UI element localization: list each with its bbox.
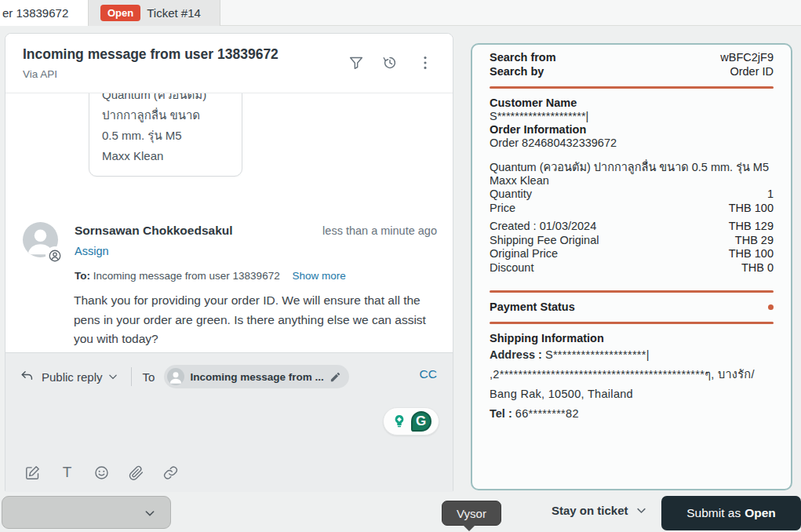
composer-to-label: To (143, 370, 155, 384)
reply-type-label: Public reply (42, 370, 103, 384)
quantity-row: Quantity 1 (490, 188, 774, 202)
search-from-label: Search from (490, 51, 556, 65)
message-timestamp: less than a minute ago (322, 224, 437, 237)
order-information-label: Order Information (490, 123, 774, 137)
text-format-icon[interactable]: T (59, 465, 75, 481)
tab-ticket-label: Ticket #14 (147, 6, 201, 20)
app-window: er 13839672 Open Ticket #14 Incoming mes… (0, 0, 801, 532)
edit-pencil-icon[interactable] (330, 371, 341, 383)
shipping-fee-value: THB 29 (735, 234, 774, 248)
tab-user-conversation[interactable]: er 13839672 (0, 0, 89, 26)
tab-user-label: er 13839672 (2, 6, 68, 20)
shipping-information-label: Shipping Information (490, 332, 774, 345)
price-value: THB 100 (729, 202, 774, 216)
link-icon[interactable] (162, 465, 179, 481)
search-by-row: Search by Order ID (490, 65, 774, 79)
telephone-line: Tel : 66********82 (490, 404, 774, 424)
end-user-badge-icon (47, 248, 63, 264)
recipient-name: Incoming message from ... (190, 371, 323, 383)
price-row: Price THB 100 (490, 202, 774, 216)
to-value: Incoming message from user 13839672 (93, 270, 280, 282)
filter-icon[interactable] (348, 54, 365, 71)
tab-ticket-14[interactable]: Open Ticket #14 (89, 0, 220, 26)
spacer (490, 150, 774, 161)
composer-divider (131, 367, 132, 386)
grammarly-icon[interactable]: G (411, 411, 431, 432)
section-divider (490, 322, 774, 324)
tel-value: 66********82 (515, 407, 579, 420)
address-line-1: Address : S********************| (490, 345, 774, 365)
reply-type-selector[interactable]: Public reply (42, 370, 118, 384)
conversation-card: Incoming message from user 13839672 Via … (5, 33, 453, 491)
shipping-fee-row: Shipping Fee Original THB 29 (490, 234, 774, 248)
chevron-down-icon (144, 507, 156, 519)
search-from-row: Search from wBFC2jF9 (490, 51, 774, 65)
recipient-avatar (167, 368, 184, 385)
original-price-value: THB 100 (729, 247, 774, 261)
payment-status-dot (768, 304, 774, 310)
payment-status-row: Payment Status (490, 301, 774, 314)
order-number: Order 824680432339672 (490, 137, 774, 150)
quantity-value: 1 (767, 188, 774, 202)
product-brand: Maxx Klean (490, 174, 774, 188)
quantity-label: Quantity (490, 188, 532, 202)
payment-status-label: Payment Status (490, 301, 575, 314)
original-price-row: Original Price THB 100 (490, 247, 774, 261)
bubble-line: Maxx Klean (102, 146, 229, 166)
search-by-label: Search by (490, 65, 544, 79)
message-author: Sornsawan Chokkoedsakul (75, 224, 233, 238)
message-to-row: To: Incoming message from user 13839672 … (75, 270, 346, 282)
order-info-panel: Search from wBFC2jF9 Search by Order ID … (471, 43, 792, 490)
bubble-line: 0.5 mm. รุ่น M5 (102, 126, 229, 146)
message-body: Thank you for providing your order ID. W… (74, 291, 436, 349)
created-row: Created : 01/03/2024 THB 129 (490, 220, 774, 234)
created-label: Created : 01/03/2024 (490, 220, 596, 234)
incoming-message-bubble: Quantum (ควอนตัม) ปากกาลูกลื่น ขนาด 0.5 … (89, 93, 242, 177)
submit-prefix: Submit as (686, 506, 741, 520)
conversation-channel: Via API (23, 68, 57, 80)
composer-header-row: Public reply To Incoming message from ..… (5, 364, 453, 389)
ticket-tabbar: er 13839672 Open Ticket #14 (0, 0, 801, 26)
address-value: S********************| (545, 348, 650, 361)
discount-label: Discount (490, 261, 533, 275)
section-divider (490, 86, 774, 89)
grammarly-widget[interactable]: G (383, 407, 439, 435)
compose-note-icon[interactable] (24, 465, 41, 481)
assign-link[interactable]: Assign (75, 245, 109, 257)
kebab-menu-icon[interactable] (417, 54, 434, 71)
cc-button[interactable]: CC (420, 367, 437, 381)
composer-toolbar: T (5, 461, 453, 484)
chevron-down-icon (635, 505, 647, 516)
conversation-scroll-area[interactable]: Quantum (ควอนตัม) ปากกาลูกลื่น ขนาด 0.5 … (5, 93, 453, 352)
submit-as-open-button[interactable]: Submit as Open (661, 496, 801, 530)
conversation-header: Incoming message from user 13839672 Via … (5, 34, 453, 93)
status-badge: Open (100, 5, 140, 21)
bubble-line: ปากกาลูกลื่น ขนาด (102, 105, 229, 126)
emoji-icon[interactable] (93, 465, 110, 481)
history-icon[interactable] (381, 54, 399, 71)
stay-on-ticket-label: Stay on ticket (552, 504, 628, 517)
address-line-3: Bang Rak, 10500, Thailand (490, 384, 774, 404)
section-divider (490, 290, 774, 293)
tel-label: Tel : (490, 407, 515, 420)
recipient-pill[interactable]: Incoming message from ... (164, 365, 348, 388)
address-line-2: ,2**************************************… (490, 365, 774, 384)
ticket-footer: Vysor Stay on ticket Submit as Open (0, 491, 801, 532)
shipping-fee-label: Shipping Fee Original (490, 234, 599, 248)
bubble-line: Quantum (ควอนตัม) (102, 93, 229, 105)
stay-on-ticket-selector[interactable]: Stay on ticket (552, 504, 647, 517)
attachment-paperclip-icon[interactable] (128, 465, 144, 481)
spacer (490, 275, 774, 282)
suggestion-lightbulb-icon[interactable] (391, 414, 407, 429)
discount-value: THB 0 (741, 261, 774, 275)
footer-dropdown[interactable] (2, 496, 171, 529)
search-by-value: Order ID (730, 65, 774, 79)
show-more-link[interactable]: Show more (292, 270, 345, 282)
original-price-label: Original Price (490, 247, 558, 261)
discount-row: Discount THB 0 (490, 261, 774, 275)
chevron-down-icon (107, 371, 118, 382)
to-label: To: (75, 270, 90, 282)
submit-status: Open (745, 506, 776, 520)
vysor-tooltip[interactable]: Vysor (442, 501, 501, 526)
search-from-value: wBFC2jF9 (720, 51, 774, 65)
